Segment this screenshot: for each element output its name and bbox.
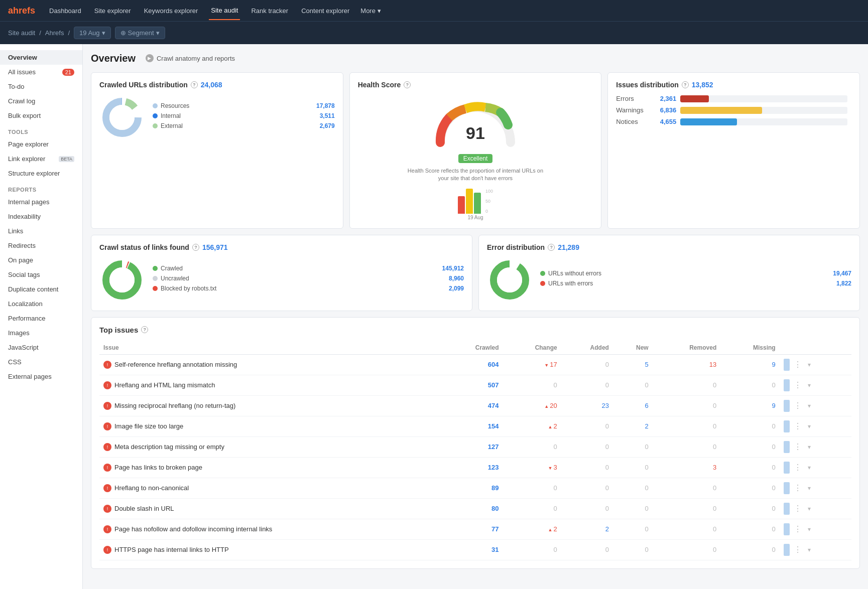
new-cell: 0 (613, 539, 653, 560)
nav-dashboard[interactable]: Dashboard (47, 2, 83, 20)
expand-button[interactable]: ▾ (806, 463, 813, 472)
issue-label: Page has nofollow and dofollow incoming … (114, 525, 272, 533)
sidebar-item-on-page[interactable]: On page (0, 253, 82, 267)
health-info-icon[interactable]: ? (404, 81, 411, 88)
issue-name-cell: ! HTTPS page has internal links to HTTP (99, 539, 442, 560)
added-cell: 0 (561, 498, 613, 519)
more-options-button[interactable]: ⋮ (792, 503, 804, 514)
change-cell: 0 (503, 436, 561, 457)
expand-button[interactable]: ▾ (806, 360, 813, 369)
date-button[interactable]: 19 Aug ▾ (74, 27, 111, 39)
added-cell: 0 (561, 478, 613, 498)
expand-button[interactable]: ▾ (806, 545, 813, 554)
expand-button[interactable]: ▾ (806, 504, 813, 513)
top-issues-info-icon[interactable]: ? (141, 326, 148, 333)
expand-button[interactable]: ▾ (806, 443, 813, 452)
error-icon: ! (103, 546, 111, 554)
sidebar-item-bulk-export[interactable]: Bulk export (0, 108, 82, 123)
health-bar-notices (474, 193, 481, 214)
sidebar-item-overview[interactable]: Overview (0, 50, 82, 65)
added-cell: 0 (561, 457, 613, 478)
new-cell: 0 (613, 478, 653, 498)
more-options-button[interactable]: ⋮ (792, 379, 804, 391)
more-options-button[interactable]: ⋮ (792, 359, 804, 370)
more-options-button[interactable]: ⋮ (792, 420, 804, 432)
nav-site-audit[interactable]: Site audit (209, 2, 240, 20)
crawled-cell: 507 (442, 375, 503, 395)
sidebar-item-duplicate-content[interactable]: Duplicate content (0, 282, 82, 297)
legend-crawled: Crawled 145,912 (153, 265, 464, 272)
sidebar-item-todo[interactable]: To-do (0, 79, 82, 94)
sidebar-item-css[interactable]: CSS (0, 355, 82, 369)
expand-button[interactable]: ▾ (806, 484, 813, 493)
issue-label: Image file size too large (114, 422, 183, 430)
legend-urls-with-errors: URLs with errors 1,822 (540, 280, 851, 287)
issue-label: Hreflang and HTML lang mismatch (114, 381, 215, 389)
sidebar-item-structure-explorer[interactable]: Structure explorer (0, 166, 82, 181)
issues-dist-info-icon[interactable]: ? (682, 81, 689, 88)
expand-button[interactable]: ▾ (806, 401, 813, 410)
actions-cell: ⋮ ▾ (780, 539, 851, 560)
removed-cell: 0 (653, 416, 721, 436)
sidebar-item-indexability[interactable]: Indexability (0, 209, 82, 224)
logo: ahrefs (8, 6, 35, 16)
new-cell: 5 (613, 354, 653, 375)
nav-rank-tracker[interactable]: Rank tracker (249, 2, 290, 20)
svg-text:91: 91 (466, 123, 485, 142)
error-icon: ! (103, 525, 111, 533)
table-row: ! HTTPS page has internal links to HTTP … (99, 539, 851, 560)
nav-site-explorer[interactable]: Site explorer (92, 2, 133, 20)
sidebar-item-link-explorer[interactable]: Link explorer BETA (0, 152, 82, 166)
more-options-button[interactable]: ⋮ (792, 523, 804, 535)
missing-cell: 0 (720, 375, 779, 395)
segment-button[interactable]: ⊕ Segment ▾ (115, 27, 165, 39)
sidebar-item-crawl-log[interactable]: Crawl log (0, 94, 82, 108)
added-cell: 0 (561, 539, 613, 560)
sidebar-item-internal-pages[interactable]: Internal pages (0, 195, 82, 209)
error-distribution-card: Error distribution ? 21,289 URL (478, 235, 860, 311)
svg-point-11 (497, 267, 522, 292)
nav-keywords-explorer[interactable]: Keywords explorer (142, 2, 200, 20)
health-chart: 100 50 0 (458, 189, 493, 214)
mini-bar-icon (784, 379, 790, 391)
expand-button[interactable]: ▾ (806, 422, 813, 431)
issue-label: Missing reciprocal hreflang (no return-t… (114, 402, 235, 409)
expand-button[interactable]: ▾ (806, 381, 813, 390)
missing-cell: 0 (720, 539, 779, 560)
sidebar-item-javascript[interactable]: JavaScript (0, 340, 82, 355)
sidebar-item-links[interactable]: Links (0, 224, 82, 238)
issue-name-cell: ! Self-reference hreflang annotation mis… (99, 354, 442, 375)
new-cell: 0 (613, 498, 653, 519)
sidebar-item-social-tags[interactable]: Social tags (0, 267, 82, 282)
error-dist-info-icon[interactable]: ? (548, 244, 555, 251)
sidebar-item-page-explorer[interactable]: Page explorer (0, 137, 82, 152)
more-options-button[interactable]: ⋮ (792, 441, 804, 453)
expand-button[interactable]: ▾ (806, 525, 813, 534)
more-button[interactable]: More ▾ (360, 7, 381, 15)
issue-name-cell: ! Double slash in URL (99, 498, 442, 519)
page-title: Overview (91, 53, 136, 64)
col-added: Added (561, 341, 613, 355)
crawled-cell: 474 (442, 395, 503, 416)
sidebar-item-external-pages[interactable]: External pages (0, 369, 82, 384)
sidebar-item-images[interactable]: Images (0, 326, 82, 340)
sidebar-item-performance[interactable]: Performance (0, 311, 82, 326)
more-options-button[interactable]: ⋮ (792, 482, 804, 494)
sidebar-item-all-issues[interactable]: All issues 21 (0, 65, 82, 79)
more-options-button[interactable]: ⋮ (792, 462, 804, 473)
crawl-anatomy-button[interactable]: ▶ Crawl anatomy and reports (142, 52, 239, 64)
health-score-label: Excellent (458, 154, 493, 163)
removed-cell: 0 (653, 539, 721, 560)
info-icon[interactable]: ? (191, 81, 198, 88)
sidebar-item-localization[interactable]: Localization (0, 297, 82, 311)
more-options-button[interactable]: ⋮ (792, 544, 804, 555)
table-row: ! Double slash in URL 80 0 0 0 0 0 ⋮ ▾ (99, 498, 851, 519)
nav-content-explorer[interactable]: Content explorer (299, 2, 351, 20)
crawl-status-info-icon[interactable]: ? (192, 244, 199, 251)
error-icon: ! (103, 484, 111, 492)
new-cell: 0 (613, 457, 653, 478)
crawled-urls-donut (99, 95, 145, 140)
more-options-button[interactable]: ⋮ (792, 400, 804, 411)
sidebar-item-redirects[interactable]: Redirects (0, 238, 82, 253)
col-missing: Missing (720, 341, 779, 355)
